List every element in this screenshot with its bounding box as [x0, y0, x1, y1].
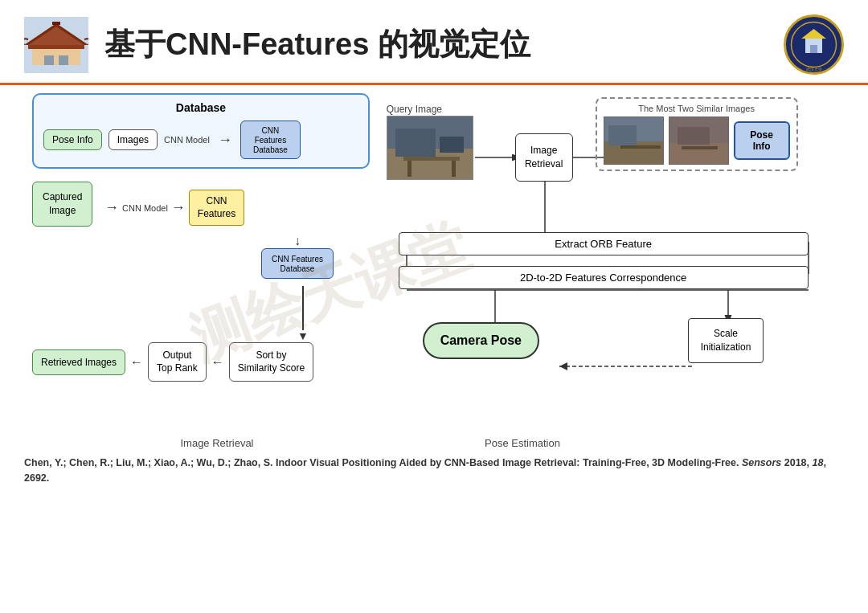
svg-rect-33	[403, 157, 460, 161]
extract-orb-container: Extract ORB Feature	[399, 232, 809, 255]
svg-rect-12	[810, 45, 817, 53]
header-logo-left	[24, 17, 88, 73]
svg-marker-25	[559, 362, 567, 370]
bottom-row: Retrieved Images ← OutputTop Rank ← Sort…	[32, 342, 313, 382]
header-logo-right: 武汉大学	[784, 14, 844, 75]
svg-rect-31	[395, 129, 436, 157]
arrow-down2-container: ▼	[297, 286, 309, 341]
svg-rect-35	[452, 161, 456, 177]
similar-image-1	[604, 116, 664, 165]
svg-rect-39	[620, 145, 661, 149]
svg-rect-38	[608, 125, 637, 145]
cnn-features-db2-container: ↓ CNN Features Database	[261, 234, 334, 279]
retrieved-images-box: Retrieved Images	[32, 349, 125, 375]
vert-line1	[302, 286, 304, 330]
features-corr-box: 2D-to-2D Features Correspondence	[399, 266, 809, 289]
images-box: Images	[108, 129, 158, 150]
captured-image-box: CapturedImage	[32, 182, 92, 227]
cnn-features-yellow: CNNFeatures	[189, 190, 244, 226]
arrow-down-sym: ▼	[297, 330, 309, 341]
arrow-left1: ←	[130, 355, 143, 370]
similar-images-container: The Most Two Similar Images	[596, 97, 798, 171]
diagram-labels: Image Retrieval Pose Estimation	[24, 437, 844, 449]
camera-pose-box: Camera Pose	[423, 322, 539, 359]
scale-init-container: ScaleInitialization	[688, 318, 764, 363]
svg-text:武汉大学: 武汉大学	[806, 67, 822, 72]
svg-rect-5	[52, 22, 60, 25]
main-content: 测绘天课堂 Database Pose Info Images CNN Mode…	[0, 85, 868, 492]
right-flow: Query Image ImageRet	[383, 93, 844, 431]
header: 基于CNN-Features 的视觉定位 武汉大学	[0, 0, 868, 85]
image-retrieval-right-box: ImageRetrieval	[515, 133, 573, 182]
arrow-cnn: →	[218, 132, 232, 149]
diagram: 测绘天课堂 Database Pose Info Images CNN Mode…	[24, 93, 844, 431]
query-image-photo	[387, 116, 473, 180]
captured-to-cnn: → CNN Model → CNNFeatures	[104, 190, 244, 226]
cnn-model-label2: CNN Model	[122, 203, 168, 213]
camera-pose-container: Camera Pose	[423, 322, 539, 359]
scale-init-box: ScaleInitialization	[688, 318, 764, 363]
pose-info-right-box: Pose Info	[734, 121, 790, 160]
image-retrieval-label: Image Retrieval	[137, 437, 297, 449]
captured-image-label: CapturedImage	[43, 191, 82, 216]
page-title: 基于CNN-Features 的视觉定位	[104, 24, 784, 65]
citation-text: Chen, Y.; Chen, R.; Liu, M.; Xiao, A.; W…	[24, 456, 844, 486]
most-similar-label: The Most Two Similar Images	[638, 104, 755, 113]
similar-images-row: Pose Info	[604, 116, 790, 165]
features-corr-container: 2D-to-2D Features Correspondence	[399, 266, 809, 289]
database-box: Database Pose Info Images CNN Model → CN…	[32, 93, 354, 169]
cnn-model-label1: CNN Model	[164, 135, 210, 145]
arrow-left2: ←	[211, 355, 224, 370]
svg-rect-6	[44, 55, 54, 65]
database-title: Database	[43, 101, 358, 114]
output-top-rank-box: OutputTop Rank	[148, 342, 207, 382]
svg-rect-32	[440, 137, 464, 153]
sort-by-box: Sort bySimilarity Score	[229, 342, 313, 382]
pose-info-right-container: Pose Info	[734, 121, 790, 160]
svg-rect-7	[59, 55, 68, 65]
cnn-features-db2-box: CNN Features Database	[261, 248, 334, 279]
svg-rect-42	[678, 127, 710, 145]
arrow2: →	[171, 199, 186, 216]
extract-orb-box: Extract ORB Feature	[399, 232, 809, 255]
pose-info-box: Pose Info	[43, 129, 102, 150]
cnn-features-db-box: CNN Features Database	[240, 121, 301, 159]
query-image-label: Query Image	[387, 101, 442, 116]
pose-estimation-label: Pose Estimation	[402, 437, 643, 449]
svg-rect-43	[682, 146, 718, 149]
svg-rect-34	[407, 161, 411, 177]
left-flow: Database Pose Info Images CNN Model → CN…	[24, 93, 383, 431]
similar-image-2	[669, 116, 729, 165]
arrow1: →	[104, 199, 119, 216]
arrow-down1: ↓	[294, 234, 301, 248]
